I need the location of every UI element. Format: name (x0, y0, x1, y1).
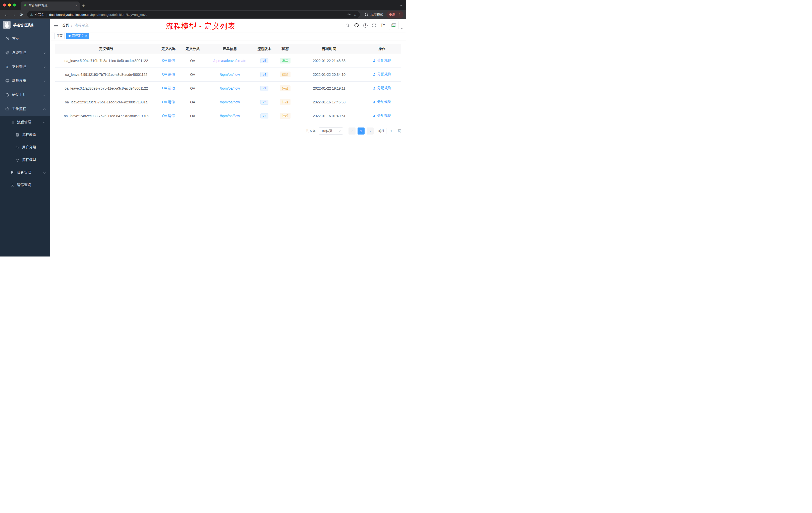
version-tag: v4 (260, 72, 269, 77)
sidebar-item-task-management[interactable]: 任务管理 (0, 166, 50, 179)
table-row: oa_leave:1:482ec033-762a-11ec-8477-a2380… (55, 109, 401, 123)
col-status: 状态 (275, 44, 295, 54)
sidebar-item-home[interactable]: 首页 (0, 32, 50, 46)
version-tag: v2 (260, 100, 269, 105)
new-tab-button[interactable]: + (80, 1, 87, 10)
shield-icon (5, 93, 9, 97)
bookmark-star-icon[interactable]: ☆ (353, 12, 357, 17)
form-link[interactable]: /bpm/oa/flow (220, 114, 240, 118)
assign-rule-button[interactable]: 分配规则 (373, 72, 391, 77)
window-zoom-button[interactable] (13, 3, 16, 6)
definition-name-link[interactable]: OA 请假 (162, 86, 175, 90)
sidebar-item-user-group[interactable]: 用户分组 (0, 141, 50, 154)
avatar[interactable] (389, 21, 399, 30)
github-icon[interactable] (354, 23, 359, 28)
address-bar[interactable]: ⚠ 不安全 | dashboard.yudao.iocoder.cn /bpm/… (27, 11, 360, 18)
form-link[interactable]: /bpm/oa/flow (220, 100, 240, 104)
font-size-icon[interactable]: TT (381, 23, 385, 28)
goto-page-input[interactable] (386, 128, 396, 134)
help-icon[interactable]: ? (363, 23, 368, 28)
url-separator: | (47, 13, 47, 17)
definition-name-link[interactable]: OA 请假 (162, 100, 175, 104)
chevron-up-icon (44, 107, 45, 111)
reload-icon[interactable]: ⟳ (18, 12, 25, 17)
assign-rule-button[interactable]: 分配规则 (373, 58, 391, 63)
fullscreen-icon[interactable] (372, 23, 376, 28)
definition-category: OA (180, 81, 206, 95)
definition-name-link[interactable]: OA 请假 (162, 72, 175, 76)
user-icon (10, 183, 14, 187)
paper-plane-icon (15, 158, 20, 162)
sidebar-item-process-form[interactable]: 流程表单 (0, 128, 50, 141)
assign-rule-label: 分配规则 (377, 100, 391, 104)
tag-process-definition[interactable]: 流程定义 × (66, 33, 89, 39)
sidebar-item-system-management[interactable]: 系统管理 (0, 46, 50, 60)
chevron-down-icon (339, 129, 341, 131)
sidebar-item-label: 支付管理 (12, 64, 26, 69)
prev-page-button[interactable]: ‹ (348, 127, 355, 134)
assign-rule-button[interactable]: 分配规则 (373, 86, 391, 90)
definition-name-link[interactable]: OA 请假 (162, 58, 175, 62)
window-close-button[interactable] (3, 3, 6, 6)
assign-rule-button[interactable]: 分配规则 (373, 100, 391, 104)
version-tag: v3 (260, 86, 269, 91)
col-definition-name: 定义名称 (157, 44, 180, 54)
search-icon[interactable] (345, 23, 350, 28)
browser-update-chip[interactable]: 更新 ⋮ (386, 11, 404, 18)
col-definition-category: 定义分类 (180, 44, 206, 54)
url-path: /bpm/manager/definition?key=oa_leave (90, 13, 147, 17)
assign-rule-label: 分配规则 (377, 72, 391, 77)
window-minimize-button[interactable] (8, 3, 11, 6)
assign-rule-button[interactable]: 分配规则 (373, 114, 391, 118)
tab-close-icon[interactable]: × (76, 4, 78, 8)
sidebar-item-label: 工作流程 (12, 107, 26, 111)
sidebar-item-leave-query[interactable]: 请假查询 (0, 179, 50, 191)
sidebar-item-process-model[interactable]: 流程模型 (0, 154, 50, 166)
form-link[interactable]: /bpm/oa/flow (220, 72, 240, 77)
breadcrumb-separator: / (71, 23, 72, 27)
page-1-button[interactable]: 1 (357, 127, 365, 134)
page-size-select[interactable]: 10条/页 (319, 127, 343, 134)
definition-id: oa_leave:1:482ec033-762a-11ec-8477-a2380… (55, 109, 157, 123)
workflow-submenu: 流程管理 流程表单 用户分组 流程模型 任务管理 请假 (0, 116, 50, 191)
form-link[interactable]: /bpm/oa/leave/create (213, 59, 246, 63)
browser-tab[interactable]: 芋道管理系统 × (21, 1, 80, 10)
sidebar-item-dev-tools[interactable]: 研发工具 (0, 88, 50, 102)
col-definition-id: 定义编号 (55, 44, 157, 54)
sidebar-logo-row[interactable]: 芋道管理系统 (0, 19, 50, 32)
form-link[interactable]: /bpm/oa/flow (220, 86, 240, 90)
hamburger-icon[interactable] (50, 23, 62, 28)
security-label[interactable]: 不安全 (35, 12, 45, 17)
definition-category: OA (180, 54, 206, 67)
definition-name-link[interactable]: OA 请假 (162, 114, 175, 118)
forward-icon[interactable]: → (10, 12, 18, 17)
sidebar-item-workflow[interactable]: 工作流程 (0, 102, 50, 116)
table-row: oa_leave:2:3c1f0ef1-76b1-11ec-9c66-a2380… (55, 95, 401, 109)
tag-home[interactable]: 首页 (54, 33, 65, 39)
password-key-icon[interactable] (347, 12, 351, 17)
sidebar-item-label: 流程管理 (17, 120, 31, 124)
next-page-button[interactable]: › (367, 127, 374, 134)
chevron-down-icon (44, 93, 45, 97)
sidebar-item-label: 流程模型 (22, 158, 36, 162)
assign-rule-label: 分配规则 (377, 114, 391, 118)
sidebar-item-process-management[interactable]: 流程管理 (0, 116, 50, 128)
navbar-actions: ? TT (345, 20, 406, 30)
sidebar-item-infrastructure[interactable]: 基础设施 (0, 74, 50, 88)
breadcrumb-home[interactable]: 首页 (62, 23, 69, 28)
chevron-down-icon (44, 171, 45, 175)
top-navbar: 首页 / 流程定义 流程模型 - 定义列表 ? TT (50, 19, 406, 32)
tag-close-icon[interactable]: × (85, 34, 87, 38)
incognito-badge: 无痕模式 (364, 12, 383, 17)
sidebar-item-payment-management[interactable]: ¥ 支付管理 (0, 60, 50, 74)
update-label[interactable]: 更新 (389, 12, 396, 17)
tab-search-icon[interactable] (400, 0, 402, 10)
list-icon (10, 120, 14, 124)
goto-unit-label: 页 (398, 129, 401, 133)
browser-menu-icon[interactable]: ⋮ (398, 13, 401, 16)
tab-title: 芋道管理系统 (29, 4, 74, 8)
status-badge: 挂起 (280, 71, 290, 77)
not-secure-warning-icon: ⚠ (30, 13, 33, 17)
avatar-caret-icon[interactable] (401, 26, 403, 30)
back-icon[interactable]: ← (2, 12, 10, 17)
